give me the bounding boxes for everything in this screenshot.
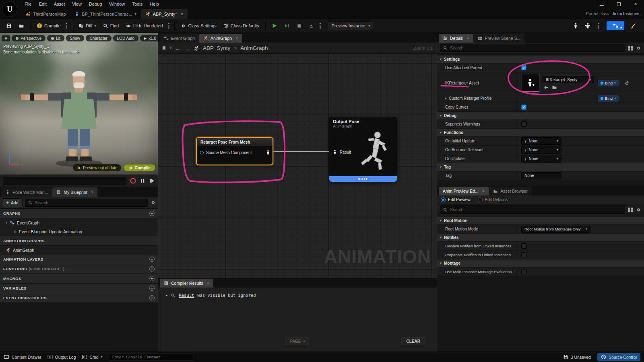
object-pin-icon[interactable] (200, 151, 204, 154)
add-macro-icon[interactable]: + (149, 276, 155, 281)
tab-pose-watch-manager[interactable]: Pose Watch Man... (1, 187, 52, 197)
add-variable-icon[interactable]: + (149, 286, 155, 291)
ik-asset-dropdown[interactable]: IKRetarget_Synty ▾ (543, 76, 594, 83)
compile-button[interactable]: ? Compile (34, 21, 63, 30)
chevron-down-icon[interactable]: ▾ (170, 46, 171, 50)
tag-category-header[interactable]: ▾Tag (437, 163, 644, 171)
menu-window[interactable]: Window (105, 1, 128, 7)
add-function-icon[interactable]: + (149, 266, 155, 272)
menu-edit[interactable]: Edit (35, 1, 50, 7)
tree-item-eventgraph[interactable]: ▾ EventGraph (0, 218, 158, 227)
record-button[interactable] (130, 177, 136, 184)
play-options-icon[interactable] (318, 23, 322, 29)
profile-bind-dropdown[interactable]: Bind▾ (597, 95, 619, 102)
compile-options-icon[interactable] (64, 23, 69, 29)
play-button[interactable] (269, 21, 280, 30)
unsaved-indicator[interactable]: 3 Unsaved (563, 354, 591, 360)
propagate-notifies-checkbox[interactable] (521, 252, 526, 257)
menu-debug[interactable]: Debug (85, 1, 105, 7)
cmd-dropdown[interactable]: Cmd ▾ (82, 354, 103, 360)
lit-button[interactable]: Lit (47, 35, 64, 41)
tab-my-blueprint[interactable]: My Blueprint × (52, 187, 97, 197)
save-button[interactable] (3, 21, 14, 30)
forward-arrow-icon[interactable]: → (184, 45, 190, 51)
result-pin[interactable]: Result (332, 150, 351, 154)
breadcrumb-root[interactable]: ABP_Synty (203, 45, 230, 51)
search-input[interactable] (450, 207, 622, 212)
on-become-relevant-dropdown[interactable]: ƒNone▾ (521, 146, 561, 154)
animation-layers-section-header[interactable]: ANIMATION LAYERS + (0, 255, 158, 264)
output-log-button[interactable]: Output Log (47, 354, 76, 360)
find-button[interactable]: Find (100, 22, 122, 30)
functions-category-header[interactable]: ▾Functions (437, 129, 644, 137)
add-animation-layer-icon[interactable]: + (149, 257, 155, 262)
animation-graphs-section-header[interactable]: ANIMATION GRAPHS (0, 236, 158, 246)
details-search[interactable] (440, 44, 625, 52)
expander-icon[interactable]: ▾ (6, 221, 7, 225)
tree-item-animgraph[interactable]: AnimGraph (0, 246, 158, 255)
graphs-section-header[interactable]: GRAPHS + (0, 209, 158, 218)
result-link[interactable]: Result (179, 293, 194, 298)
browse-to-asset-icon[interactable] (552, 85, 557, 90)
settings-gear-icon[interactable] (636, 207, 641, 212)
menu-view[interactable]: View (68, 1, 85, 7)
hide-unrelated-button[interactable]: Hide Unrelated (123, 22, 165, 30)
receive-notifies-checkbox[interactable] (521, 243, 526, 249)
montage-category-header[interactable]: ▾Montage (437, 259, 644, 267)
filter-gear-icon[interactable] (151, 200, 156, 205)
retarget-pose-from-mesh-node[interactable]: Retarget Pose From Mesh Source Mesh Comp… (196, 137, 273, 165)
tag-input[interactable] (521, 172, 561, 179)
class-defaults-button[interactable]: Class Defaults (221, 22, 262, 30)
debug-category-header[interactable]: ▾Debug (437, 112, 644, 120)
close-icon[interactable]: × (235, 36, 238, 41)
macros-section-header[interactable]: MACROS + (0, 274, 158, 284)
search-icon[interactable] (171, 293, 175, 298)
anim-preview-search[interactable] (440, 206, 625, 214)
minimize-button[interactable] (593, 0, 610, 8)
console-command-input[interactable] (109, 354, 194, 361)
root-motion-category-header[interactable]: ▾Root Motion (437, 217, 644, 225)
tab-compiler-results[interactable]: Compiler Results × (160, 279, 213, 288)
pause-button[interactable] (140, 178, 146, 184)
source-mesh-component-pin[interactable]: Source Mesh Component (200, 150, 269, 155)
tab-asset-browser[interactable]: Asset Browser (489, 187, 532, 195)
diff-button[interactable]: Diff ▾ (76, 22, 99, 30)
preview-instance-dropdown[interactable]: Preview Instance ▾ (328, 21, 374, 30)
breadcrumb-current[interactable]: AnimGraph (240, 45, 268, 51)
close-icon[interactable]: × (207, 281, 209, 286)
display-filter-icon[interactable] (628, 45, 633, 51)
ik-asset-thumbnail[interactable] (521, 74, 540, 93)
functions-section-header[interactable]: FUNCTIONS (5 OVERRIDABLE) + (0, 264, 158, 274)
tab-bp-thirdpersoncharacter[interactable]: BP_ThirdPersonCharac... ▾ (70, 9, 140, 19)
parent-class-value[interactable]: Anim Instance (612, 11, 639, 16)
animation-blueprint-mode-button[interactable]: ★ (607, 21, 624, 30)
edit-defaults-radio[interactable]: Edit Defaults (478, 197, 508, 202)
on-update-dropdown[interactable]: ƒNone▾ (521, 155, 561, 162)
step-forward-button[interactable] (149, 178, 155, 184)
tab-animgraph[interactable]: AnimGraph × (199, 34, 242, 43)
note-badge[interactable]: NOTE (329, 176, 397, 182)
pose-output-pin[interactable] (266, 150, 270, 155)
hide-unrelated-options-icon[interactable] (167, 23, 171, 29)
output-pose-node[interactable]: Output Pose AnimGraph (329, 117, 397, 182)
event-dispatchers-section-header[interactable]: EVENT DISPATCHERS + (0, 293, 158, 303)
menu-file[interactable]: File (21, 1, 35, 7)
character-button[interactable]: Character (86, 35, 111, 41)
close-icon[interactable]: × (91, 190, 93, 195)
close-button[interactable]: × (627, 0, 644, 8)
use-main-instance-checkbox[interactable] (521, 269, 526, 274)
viewport-menu-icon[interactable]: ≡ (2, 35, 10, 41)
graph-canvas[interactable]: Retarget Pose From Mesh Source Mesh Comp… (158, 54, 437, 278)
show-button[interactable]: Show (66, 35, 84, 41)
use-selected-asset-icon[interactable] (543, 85, 549, 90)
viewport-compile-button[interactable]: Compile (124, 164, 155, 171)
class-settings-button[interactable]: Class Settings (178, 22, 219, 30)
tab-abp-synty[interactable]: ABP_Synty* × (141, 9, 188, 19)
clear-button[interactable]: CLEAR (401, 337, 425, 345)
back-arrow-icon[interactable]: ← (175, 45, 181, 51)
preview-out-of-date-badge[interactable]: Preview out of date (73, 164, 121, 171)
appearance-button[interactable] (630, 23, 637, 29)
settings-gear-icon[interactable] (636, 45, 641, 51)
restore-button[interactable] (610, 0, 627, 8)
add-graph-icon[interactable]: + (149, 211, 155, 216)
